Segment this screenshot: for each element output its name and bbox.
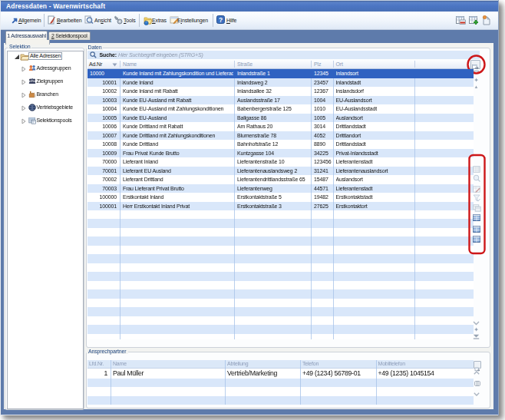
svg-text:?: ? bbox=[219, 16, 223, 24]
